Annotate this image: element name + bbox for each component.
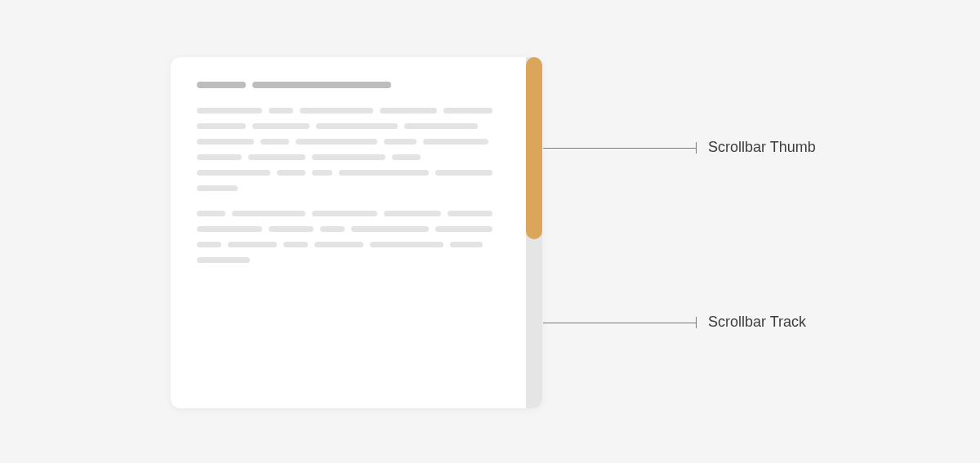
callout-tick-thumb	[696, 142, 697, 154]
scrollbar-thumb[interactable]	[526, 57, 542, 239]
callout-tick-track	[696, 317, 697, 328]
heading-placeholder	[197, 82, 510, 88]
paragraph-placeholder	[197, 108, 510, 191]
content-card	[171, 57, 542, 408]
scrollbar-track[interactable]	[526, 57, 542, 408]
heading-bar	[197, 82, 246, 88]
paragraph-placeholder	[197, 211, 510, 263]
card-content	[197, 82, 510, 283]
callout-line-thumb	[543, 148, 697, 149]
heading-bar	[252, 82, 391, 88]
label-track: Scrollbar Track	[708, 314, 806, 331]
callout-line-track	[543, 323, 697, 323]
label-thumb: Scrollbar Thumb	[708, 139, 816, 156]
